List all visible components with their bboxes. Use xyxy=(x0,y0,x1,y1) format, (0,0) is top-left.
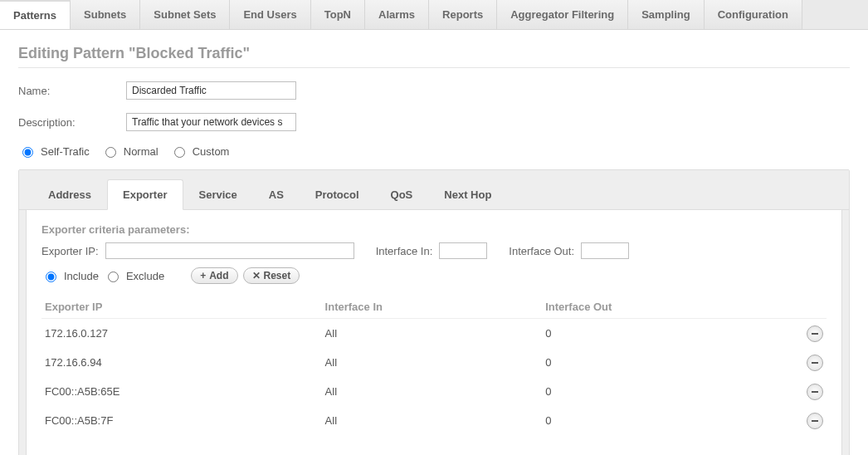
cell-interface-in: All xyxy=(322,319,543,349)
radio-self-traffic[interactable] xyxy=(22,147,33,158)
description-input[interactable] xyxy=(126,113,296,131)
subtab-as[interactable]: AS xyxy=(253,179,300,210)
col-exporter-ip: Exporter IP xyxy=(41,296,322,319)
radio-normal[interactable] xyxy=(105,147,116,158)
cell-interface-out: 0 xyxy=(542,348,793,377)
cell-interface-in: All xyxy=(322,377,543,406)
tab-patterns[interactable]: Patterns xyxy=(0,0,71,29)
subtab-qos[interactable]: QoS xyxy=(375,179,429,210)
traffic-type-radio-group: Self-Trafic Normal Custom xyxy=(18,144,850,158)
minus-icon xyxy=(812,420,818,422)
add-button-label: Add xyxy=(209,270,228,281)
interface-out-input[interactable] xyxy=(581,242,629,259)
include-exclude-row: Include Exclude + Add ✕ Reset xyxy=(41,267,827,284)
cell-interface-in: All xyxy=(322,348,543,377)
name-input[interactable] xyxy=(126,81,296,100)
tab-configuration[interactable]: Configuration xyxy=(705,0,802,29)
exporter-ip-input[interactable] xyxy=(105,242,354,259)
minus-icon xyxy=(812,333,818,335)
delete-row-button[interactable] xyxy=(807,384,823,400)
col-actions xyxy=(793,296,827,319)
radio-include[interactable] xyxy=(46,272,56,282)
col-interface-out: Interface Out xyxy=(542,296,793,319)
description-label: Description: xyxy=(18,116,126,129)
delete-row-button[interactable] xyxy=(807,355,823,371)
top-nav: Patterns Subnets Subnet Sets End Users T… xyxy=(0,0,868,30)
subtab-exporter[interactable]: Exporter xyxy=(107,179,183,210)
reset-button-label: Reset xyxy=(264,270,291,281)
table-row: FC00::A5B:7FAll0 xyxy=(41,406,827,435)
x-icon: ✕ xyxy=(252,270,261,281)
subtab-service[interactable]: Service xyxy=(183,179,253,210)
exporter-table: Exporter IP Interface In Interface Out 1… xyxy=(41,296,827,435)
exporter-ip-label: Exporter IP: xyxy=(41,245,99,257)
cell-interface-out: 0 xyxy=(542,319,793,349)
minus-icon xyxy=(812,362,818,364)
minus-icon xyxy=(812,391,818,393)
radio-include-label: Include xyxy=(64,270,99,282)
cell-exporter-ip: FC00::A5B:65E xyxy=(41,377,322,406)
tab-aggregator-filtering[interactable]: Aggregator Filtering xyxy=(497,0,628,29)
tab-subnets[interactable]: Subnets xyxy=(71,0,140,29)
interface-out-label: Interface Out: xyxy=(509,245,574,257)
page-body: Editing Pattern "Blocked Traffic" Name: … xyxy=(0,30,868,455)
criteria-panel: Address Exporter Service AS Protocol QoS… xyxy=(18,169,850,455)
name-label: Name: xyxy=(18,85,126,97)
tab-sampling[interactable]: Sampling xyxy=(628,0,705,29)
delete-row-button[interactable] xyxy=(807,325,823,342)
table-row: FC00::A5B:65EAll0 xyxy=(41,377,827,406)
cell-interface-out: 0 xyxy=(542,406,793,435)
tab-subnet-sets[interactable]: Subnet Sets xyxy=(140,0,230,29)
cell-exporter-ip: 172.16.0.127 xyxy=(41,319,322,349)
plus-icon: + xyxy=(200,270,206,281)
radio-custom-label: Custom xyxy=(193,145,230,158)
tab-end-users[interactable]: End Users xyxy=(230,0,310,29)
table-row: 172.16.0.127All0 xyxy=(41,319,827,349)
radio-self-traffic-label: Self-Trafic xyxy=(41,145,90,158)
table-row: 172.16.6.94All0 xyxy=(41,348,827,377)
interface-in-input[interactable] xyxy=(439,242,487,259)
tab-reports[interactable]: Reports xyxy=(429,0,497,29)
col-interface-in: Interface In xyxy=(322,296,543,319)
page-title: Editing Pattern "Blocked Traffic" xyxy=(18,45,850,68)
form-row-name: Name: xyxy=(18,81,850,100)
cell-interface-out: 0 xyxy=(542,377,793,406)
cell-interface-in: All xyxy=(322,406,543,435)
tab-topn[interactable]: TopN xyxy=(311,0,365,29)
cell-exporter-ip: 172.16.6.94 xyxy=(41,348,322,377)
criteria-inputs: Exporter IP: Interface In: Interface Out… xyxy=(41,242,827,259)
reset-button[interactable]: ✕ Reset xyxy=(243,267,300,284)
radio-normal-label: Normal xyxy=(124,145,158,158)
exporter-section-title: Exporter criteria parameters: xyxy=(41,223,827,236)
tab-alarms[interactable]: Alarms xyxy=(365,0,429,29)
exporter-panel: Exporter criteria parameters: Exporter I… xyxy=(26,210,842,455)
criteria-tabs: Address Exporter Service AS Protocol QoS… xyxy=(19,170,849,210)
subtab-protocol[interactable]: Protocol xyxy=(300,179,375,210)
radio-exclude[interactable] xyxy=(108,272,119,282)
form-row-description: Description: xyxy=(18,113,850,131)
add-button[interactable]: + Add xyxy=(191,267,237,284)
interface-in-label: Interface In: xyxy=(376,245,433,257)
delete-row-button[interactable] xyxy=(807,413,823,429)
subtab-next-hop[interactable]: Next Hop xyxy=(428,179,507,210)
radio-custom[interactable] xyxy=(174,147,185,158)
radio-exclude-label: Exclude xyxy=(126,270,164,282)
cell-exporter-ip: FC00::A5B:7F xyxy=(41,406,322,435)
subtab-address[interactable]: Address xyxy=(32,179,107,210)
